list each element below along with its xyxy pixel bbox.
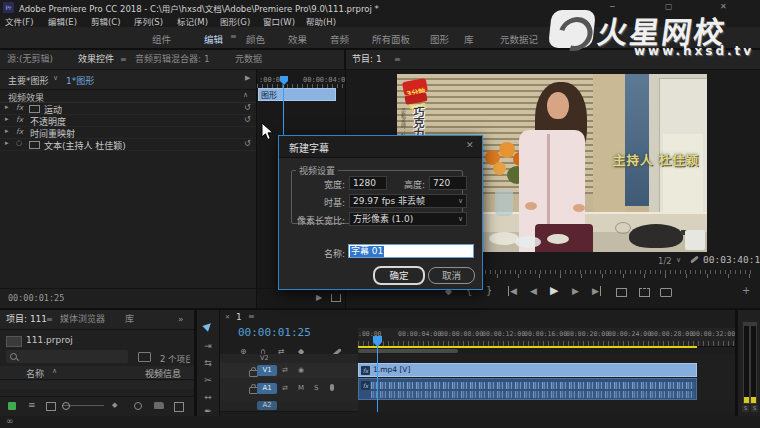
dialog-close-icon[interactable]: ✕ (466, 140, 474, 150)
sort-ascending-icon[interactable]: ∧ (52, 367, 57, 375)
expand-caret-icon[interactable]: ▸ (5, 139, 9, 147)
extract-button[interactable] (639, 288, 650, 297)
project-panel-menu-icon[interactable]: ≡ (46, 310, 53, 329)
mute-button[interactable]: M (298, 384, 304, 392)
menu-marker[interactable]: 标记(M) (177, 15, 208, 27)
caption-name-input[interactable]: 字幕 01 (348, 244, 474, 258)
track-a1-target-button[interactable]: A1 (257, 383, 277, 394)
playback-resolution-select[interactable]: 1/2 (658, 256, 672, 266)
sync-lock-icon[interactable]: ⇄ (282, 366, 288, 374)
go-to-in-button[interactable]: ◀ (508, 286, 517, 296)
export-frame-button[interactable] (660, 288, 672, 297)
tab-audio-clip-mixer[interactable]: 音频剪辑混合器: 1 (135, 50, 210, 69)
selection-tool[interactable] (197, 322, 219, 332)
track-a2-content[interactable] (358, 401, 735, 411)
timeline-tab[interactable]: 1 (236, 312, 242, 322)
effect-toggle-eye-icon[interactable]: ○ (16, 139, 22, 147)
menu-edit[interactable]: 编辑(E) (48, 15, 77, 27)
timeline-ruler[interactable]: :00:00 00:00:04:00 00:00:08:00 00:00:12:… (358, 328, 735, 347)
height-input[interactable]: 720 (429, 176, 467, 190)
effect-panel-menu-icon[interactable]: ≡ (120, 50, 127, 69)
go-to-out-button[interactable]: ▶ (592, 286, 601, 296)
project-list-row[interactable] (0, 381, 194, 389)
razor-tool[interactable]: ✂ (197, 375, 219, 385)
workspace-tab-color[interactable]: 颜色 (246, 32, 265, 46)
tab-source-monitor[interactable]: 源:(无剪辑) (7, 50, 53, 69)
fx-icon[interactable]: fx (16, 127, 23, 136)
sync-lock-icon[interactable]: ⇄ (282, 384, 288, 392)
fx-icon[interactable]: fx (16, 115, 23, 124)
timebase-select[interactable]: 29.97 fps 非丢帧 ∨ (349, 194, 467, 208)
workspace-tab-effects[interactable]: 效果 (288, 32, 307, 46)
button-editor-plus[interactable]: + (742, 285, 750, 296)
mini-clip-bar[interactable]: 图形 (258, 88, 336, 101)
tab-libraries[interactable]: 库 (125, 310, 134, 329)
lift-button[interactable] (616, 288, 627, 297)
video-clip-v1[interactable]: fx 1.mp4 [V] (358, 363, 697, 377)
maximize-button[interactable]: ▢ (665, 2, 673, 11)
project-search-box[interactable] (6, 350, 128, 363)
width-input[interactable]: 1280 (349, 176, 387, 190)
slip-tool[interactable]: ↔ (197, 392, 219, 402)
dialog-title-bar[interactable]: 新建字幕 ✕ (279, 136, 482, 158)
name-column-header[interactable]: 名称 (26, 367, 44, 380)
workspace-tab-all-panels[interactable]: 所有面板 (372, 32, 410, 46)
solo-button[interactable]: S (314, 384, 318, 392)
pen-tool[interactable]: ✒ (197, 406, 219, 416)
step-back-button[interactable]: ◀ (530, 286, 537, 296)
mark-out-button[interactable]: } (486, 285, 492, 296)
reset-icon[interactable]: ↺ (244, 139, 251, 148)
tab-media-browser[interactable]: 媒体浏览器 (60, 310, 105, 329)
menu-help[interactable]: 帮助(H) (306, 15, 336, 27)
resolution-dropdown-icon[interactable]: ∨ (676, 256, 681, 264)
filter-bin-icon[interactable] (138, 352, 151, 362)
track-v2-label[interactable]: V2 (260, 354, 269, 362)
menu-file[interactable]: 文件(F) (5, 15, 34, 27)
timeline-tab-close-icon[interactable]: ✕ (225, 313, 230, 320)
timeline-panel-menu-icon[interactable]: ≡ (248, 312, 255, 321)
zoom-slider-knob[interactable] (62, 402, 70, 410)
settings-wrench-icon[interactable] (690, 255, 699, 263)
panel-splitter-icon[interactable]: ▶ (245, 74, 250, 82)
track-a2-target-button[interactable]: A2 (257, 401, 277, 410)
workspace-tab-audio[interactable]: 音频 (330, 32, 349, 46)
timeline-playhead-timecode[interactable]: 00:00:01:25 (238, 326, 311, 339)
expand-caret-icon[interactable]: ▸ (5, 115, 9, 123)
menu-sequence[interactable]: 序列(S) (134, 15, 163, 27)
workspace-menu-icon[interactable]: ≡ (230, 32, 237, 41)
timeline-scrollbar-segment[interactable] (358, 349, 458, 353)
new-item-icon[interactable] (174, 402, 184, 412)
section-collapse-icon[interactable]: ∧ (243, 91, 248, 99)
export-icon[interactable] (331, 294, 341, 302)
solo-right-button[interactable]: S (751, 405, 758, 412)
tab-project[interactable]: 项目: 111 (6, 310, 47, 329)
workspace-tab-libraries[interactable]: 库 (464, 32, 474, 46)
tab-effect-controls[interactable]: 效果控件 (78, 50, 114, 69)
tab-overflow-icon[interactable]: » (178, 310, 184, 329)
fx-icon[interactable]: fx (16, 103, 23, 112)
cancel-button[interactable]: 取消 (428, 267, 475, 284)
reset-icon[interactable]: ↺ (244, 103, 251, 112)
automate-sequence-icon[interactable]: ◆ (112, 401, 117, 409)
new-bin-icon[interactable] (154, 402, 164, 409)
workspace-tab-editing[interactable]: 编辑 (204, 32, 223, 46)
video-info-column-header[interactable]: 视频信息 (145, 367, 193, 380)
ripple-edit-tool[interactable]: ⇆ (197, 358, 219, 368)
audio-clip-a1[interactable]: fx (358, 378, 697, 400)
ok-button[interactable]: 确定 (373, 266, 425, 285)
workspace-tab-metadata[interactable]: 元数据记 (500, 32, 544, 46)
workspace-tab-graphics[interactable]: 图形 (430, 32, 449, 46)
step-forward-button[interactable]: ▶ (572, 286, 579, 296)
track-output-eye-icon[interactable]: ◉ (298, 366, 304, 374)
tab-program-monitor[interactable]: 节目: 1 (352, 50, 382, 69)
expand-caret-icon[interactable]: ▸ (5, 103, 9, 111)
project-writable-icon[interactable] (8, 402, 16, 410)
solo-left-button[interactable]: S (742, 405, 749, 412)
effect-row-text[interactable]: ▸ ○ 文本(主持人 杜佳颖) ↺ (0, 138, 256, 151)
find-icon[interactable] (134, 402, 142, 410)
master-clip-label[interactable]: 主要*图形 (8, 74, 49, 87)
voiceover-mic-icon[interactable] (330, 384, 334, 391)
program-panel-menu-icon[interactable]: ≡ (394, 50, 401, 69)
minimize-button[interactable]: ─ (610, 2, 615, 11)
play-button[interactable]: ▶ (550, 284, 558, 297)
